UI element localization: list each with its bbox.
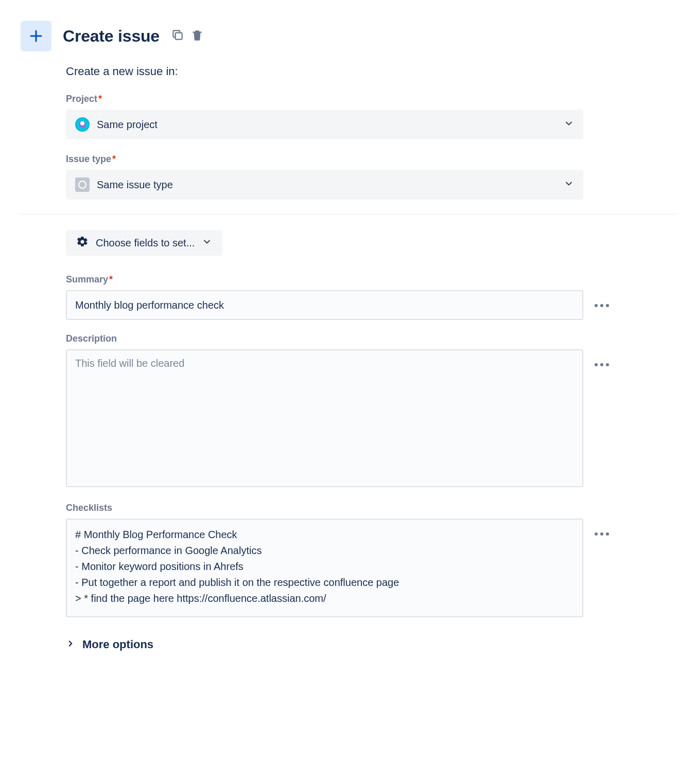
required-mark: * <box>109 274 113 284</box>
create-issue-badge <box>21 21 51 51</box>
chevron-down-icon <box>564 179 574 191</box>
more-icon <box>595 532 609 536</box>
project-label: Project* <box>66 94 675 104</box>
divider <box>21 214 675 215</box>
choose-fields-button[interactable]: Choose fields to set... <box>66 230 222 256</box>
required-mark: * <box>112 154 116 164</box>
project-value: Same project <box>97 119 158 131</box>
summary-more-menu[interactable] <box>593 296 611 315</box>
issue-type-label: Issue type* <box>66 154 675 165</box>
checklists-input[interactable]: # Monthly Blog Performance Check - Check… <box>66 519 583 617</box>
summary-label: Summary* <box>66 274 675 285</box>
description-label: Description <box>66 333 675 344</box>
copy-button[interactable] <box>171 28 184 44</box>
description-more-menu[interactable] <box>593 355 611 374</box>
description-input[interactable] <box>66 349 583 487</box>
summary-input[interactable] <box>66 290 583 320</box>
issue-type-avatar-icon <box>75 177 90 192</box>
chevron-right-icon <box>66 638 75 651</box>
choose-fields-label: Choose fields to set... <box>96 237 195 249</box>
checklists-more-menu[interactable] <box>593 525 611 543</box>
issue-type-value: Same issue type <box>97 179 173 191</box>
more-icon <box>595 304 609 307</box>
required-mark: * <box>98 94 102 104</box>
gear-icon <box>76 236 89 250</box>
project-avatar-icon <box>75 117 90 132</box>
trash-icon <box>190 28 204 42</box>
copy-icon <box>171 28 184 42</box>
chevron-down-icon <box>564 118 574 131</box>
more-options-label: More options <box>82 638 153 651</box>
more-options-toggle[interactable]: More options <box>66 638 153 651</box>
page-title: Create issue <box>63 27 160 46</box>
more-icon <box>595 363 609 366</box>
delete-button[interactable] <box>190 28 204 44</box>
checklists-label: Checklists <box>66 503 675 513</box>
plus-icon <box>28 28 44 44</box>
subtitle: Create a new issue in: <box>66 65 675 78</box>
project-select[interactable]: Same project <box>66 110 583 139</box>
chevron-down-icon <box>202 237 212 249</box>
svg-rect-2 <box>176 33 182 40</box>
issue-type-select[interactable]: Same issue type <box>66 170 583 200</box>
